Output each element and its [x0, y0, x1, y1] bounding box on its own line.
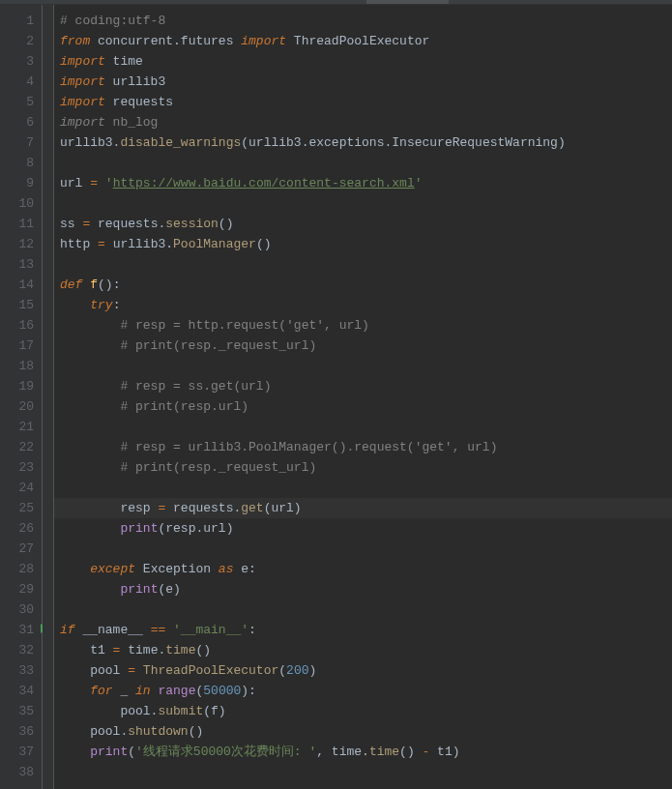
line-number: 3	[0, 51, 34, 72]
line-number: 14	[0, 275, 34, 295]
code-line[interactable]: import urllib3	[60, 72, 672, 92]
code-area[interactable]: # coding:utf-8 from concurrent.futures i…	[54, 5, 672, 789]
line-number: 13	[0, 254, 34, 275]
line-number: 7	[0, 132, 34, 153]
fold-column	[43, 5, 54, 789]
code-line[interactable]	[60, 539, 672, 559]
line-number: 24	[0, 478, 34, 498]
code-line[interactable]: print(e)	[60, 579, 672, 599]
code-line[interactable]: http = urllib3.PoolManager()	[60, 234, 672, 254]
code-line[interactable]: t1 = time.time()	[60, 640, 672, 660]
code-line-current[interactable]: resp = requests.get(url)	[54, 498, 672, 518]
line-number: 6	[0, 112, 34, 132]
code-line[interactable]: # print(resp.url)	[60, 396, 672, 417]
line-number: 1	[0, 11, 34, 31]
line-number: 23	[0, 457, 34, 478]
line-number: 17	[0, 336, 34, 356]
line-number: 5	[0, 92, 34, 112]
line-number: 30	[0, 599, 34, 620]
line-number: 8	[0, 153, 34, 173]
line-number: 9	[0, 173, 34, 193]
line-number: 31	[0, 620, 34, 640]
code-line[interactable]: pool.submit(f)	[60, 701, 672, 721]
line-number: 22	[0, 437, 34, 457]
line-number: 38	[0, 762, 34, 782]
code-line[interactable]: from concurrent.futures import ThreadPoo…	[60, 31, 672, 51]
line-number: 4	[0, 72, 34, 92]
code-line[interactable]: def f():	[60, 275, 672, 295]
code-line[interactable]	[60, 417, 672, 437]
code-line[interactable]	[60, 599, 672, 620]
line-number: 2	[0, 31, 34, 51]
line-number: 36	[0, 721, 34, 742]
line-number: 11	[0, 214, 34, 234]
code-line[interactable]	[60, 478, 672, 498]
code-line[interactable]: except Exception as e:	[60, 559, 672, 579]
line-number: 33	[0, 660, 34, 681]
line-number: 28	[0, 559, 34, 579]
code-editor: 1 2 3 4 5 6 7 8 9 10 11 12 13 14 15 16 1…	[0, 5, 672, 789]
code-line[interactable]: import requests	[60, 92, 672, 112]
line-number: 20	[0, 396, 34, 417]
code-line[interactable]: print(resp.url)	[60, 518, 672, 539]
line-number: 10	[0, 193, 34, 214]
code-line[interactable]: try:	[60, 295, 672, 315]
code-line[interactable]: # resp = ss.get(url)	[60, 376, 672, 396]
code-line[interactable]	[60, 153, 672, 173]
code-line[interactable]	[60, 762, 672, 782]
code-line[interactable]	[60, 193, 672, 214]
line-number: 35	[0, 701, 34, 721]
line-number: 32	[0, 640, 34, 660]
code-line[interactable]: url = 'https://www.baidu.com/content-sea…	[60, 173, 672, 193]
line-number: 27	[0, 539, 34, 559]
line-number: 19	[0, 376, 34, 396]
line-number: 12	[0, 234, 34, 254]
line-number: 37	[0, 742, 34, 762]
code-line[interactable]: # coding:utf-8	[60, 11, 672, 31]
code-line[interactable]: # resp = urllib3.PoolManager().request('…	[60, 437, 672, 457]
scrollbar-thumb[interactable]	[366, 0, 449, 4]
code-line[interactable]: urllib3.disable_warnings(urllib3.excepti…	[60, 132, 672, 153]
line-number: 16	[0, 315, 34, 336]
code-line[interactable]: # print(resp._request_url)	[60, 457, 672, 478]
line-number: 21	[0, 417, 34, 437]
code-line[interactable]: ss = requests.session()	[60, 214, 672, 234]
code-line[interactable]: print('线程请求50000次花费时间: ', time.time() - …	[60, 742, 672, 762]
code-line[interactable]: if __name__ == '__main__':	[60, 620, 672, 640]
code-line[interactable]: # print(resp._request_url)	[60, 336, 672, 356]
code-line[interactable]: import time	[60, 51, 672, 72]
code-line[interactable]: import nb_log	[60, 112, 672, 132]
line-number: 26	[0, 518, 34, 539]
line-number: 29	[0, 579, 34, 599]
code-line[interactable]: for _ in range(50000):	[60, 681, 672, 701]
code-line[interactable]: # resp = http.request('get', url)	[60, 315, 672, 336]
line-number: 25	[0, 498, 34, 518]
code-line[interactable]	[60, 254, 672, 275]
code-line[interactable]: pool.shutdown()	[60, 721, 672, 742]
line-number-gutter: 1 2 3 4 5 6 7 8 9 10 11 12 13 14 15 16 1…	[0, 5, 43, 789]
line-number: 18	[0, 356, 34, 376]
code-line[interactable]	[60, 356, 672, 376]
line-number: 34	[0, 681, 34, 701]
code-line[interactable]: pool = ThreadPoolExecutor(200)	[60, 660, 672, 681]
line-number: 15	[0, 295, 34, 315]
